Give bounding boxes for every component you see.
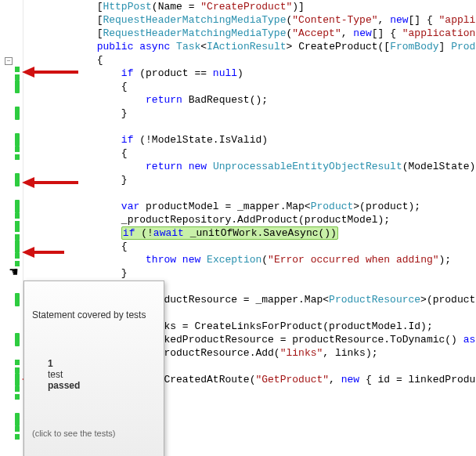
coverage-mark[interactable] [15, 293, 20, 306]
code-line[interactable]: _productRepository.AddProduct(productMod… [23, 213, 476, 226]
code-line[interactable]: public async Task<IActionResult> CreateP… [23, 40, 476, 53]
code-line[interactable]: { [23, 53, 476, 67]
coverage-tooltip[interactable]: Statement covered by tests 1 test passed… [23, 280, 164, 456]
code-editor[interactable]: − [HttpPost(Name = "CreateProduct")] [Re… [0, 0, 476, 456]
code-line[interactable]: [RequestHeaderMatchingMediaType("Accept"… [23, 27, 476, 40]
coverage-mark[interactable] [15, 360, 20, 373]
code-line[interactable]: return new UnprocessableEntityObjectResu… [23, 160, 476, 173]
coverage-mark[interactable] [15, 253, 20, 266]
coverage-mark[interactable] [15, 413, 20, 426]
coverage-mark[interactable] [15, 107, 20, 120]
code-line[interactable]: var productModel = _mapper.Map<Product>(… [23, 200, 476, 213]
coverage-mark[interactable] [15, 133, 20, 147]
code-line[interactable] [23, 186, 476, 200]
tooltip-foot: (click to see the tests) [32, 429, 156, 438]
fold-gutter: − [5, 0, 14, 456]
code-line[interactable]: { [23, 80, 476, 93]
code-line[interactable]: [HttpPost(Name = "CreateProduct")] [23, 0, 476, 13]
tooltip-result: 1 test passed [32, 347, 156, 402]
coverage-mark[interactable] [15, 200, 20, 213]
code-line[interactable] [23, 120, 476, 133]
coverage-gutter[interactable] [15, 0, 23, 456]
editor-gutter: − [0, 0, 23, 456]
coverage-mark[interactable] [15, 240, 20, 253]
code-line[interactable]: } [23, 107, 476, 120]
coverage-mark[interactable] [15, 373, 20, 386]
code-line[interactable]: } [23, 266, 476, 280]
coverage-mark[interactable] [15, 333, 20, 346]
coverage-mark[interactable] [15, 426, 20, 440]
code-line[interactable]: } [23, 173, 476, 186]
code-line[interactable]: if (product == null) [23, 67, 476, 80]
code-line[interactable]: { [23, 147, 476, 160]
code-line[interactable]: if (!await _unitOfWork.SaveAsync()) [23, 226, 476, 240]
code-line[interactable]: throw new Exception("Error occurred when… [23, 253, 476, 266]
code-line[interactable]: [RequestHeaderMatchingMediaType("Content… [23, 13, 476, 27]
code-line[interactable]: { [23, 240, 476, 253]
code-line[interactable]: return BadRequest(); [23, 93, 476, 107]
fold-toggle[interactable]: − [5, 57, 13, 65]
tooltip-status: passed [48, 380, 80, 391]
coverage-mark[interactable] [15, 173, 20, 186]
tooltip-count-word: test [48, 369, 63, 380]
code-line[interactable]: if (!ModelState.IsValid) [23, 133, 476, 147]
tooltip-title: Statement covered by tests [32, 309, 156, 320]
coverage-mark[interactable] [15, 226, 20, 240]
coverage-mark[interactable] [15, 213, 20, 226]
coverage-mark[interactable] [15, 67, 20, 80]
coverage-mark[interactable] [15, 80, 20, 93]
tooltip-count: 1 [48, 358, 53, 369]
coverage-mark[interactable] [15, 386, 20, 400]
coverage-mark[interactable] [15, 147, 20, 160]
